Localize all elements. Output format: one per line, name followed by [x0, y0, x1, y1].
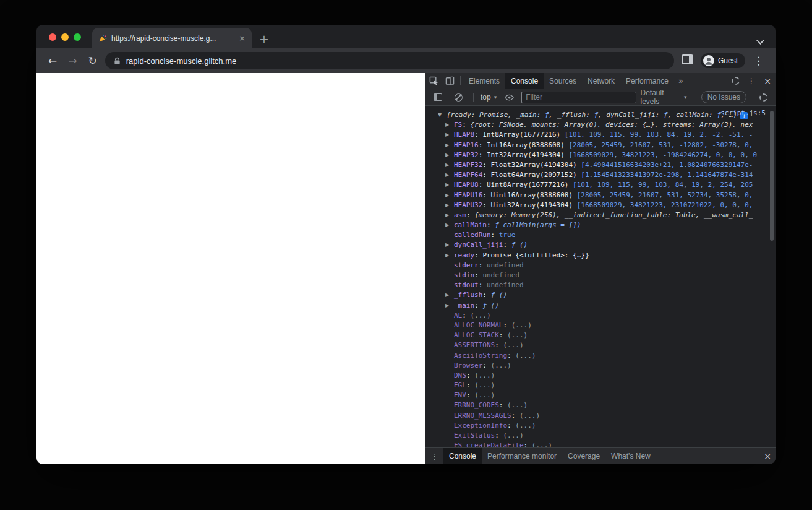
property-name: EGL — [454, 381, 466, 389]
console-text: Uint16Array(8388608) — [491, 191, 577, 199]
console-row: ALLOC_NORMAL: (...) — [425, 321, 776, 331]
getter-ellipsis[interactable]: (...) — [471, 311, 491, 319]
issues-status[interactable]: No Issues — [701, 91, 746, 103]
source-link[interactable]: script.js:5 — [720, 108, 766, 118]
getter-ellipsis[interactable]: (...) — [503, 431, 523, 439]
expand-arrow-icon[interactable]: ▶ — [445, 120, 454, 130]
minimize-window-button[interactable] — [61, 33, 69, 41]
expand-arrow-icon[interactable]: ▶ — [445, 301, 454, 311]
inspect-element-button[interactable] — [425, 73, 442, 89]
fullscreen-window-button[interactable] — [74, 33, 81, 41]
window-controls — [49, 33, 81, 41]
expand-arrow-icon[interactable]: ▶ — [445, 140, 454, 150]
drawer-tab-console[interactable]: Console — [443, 448, 482, 464]
getter-ellipsis[interactable]: (...) — [515, 421, 536, 430]
expand-arrow-icon[interactable]: ▶ — [445, 180, 454, 190]
property-name: ExceptionInfo — [454, 421, 507, 430]
property-name: DNS — [454, 371, 466, 379]
console-row: ExceptionInfo: (...) — [425, 421, 776, 431]
expand-arrow-icon[interactable]: ▶ — [445, 210, 454, 220]
back-button[interactable]: ← — [45, 54, 60, 67]
expand-arrow-icon[interactable]: ▶ — [445, 240, 454, 250]
colon: : — [462, 311, 470, 319]
more-tabs-button[interactable]: » — [674, 76, 688, 85]
getter-ellipsis[interactable]: (...) — [519, 412, 540, 420]
reload-button[interactable]: ↻ — [85, 54, 100, 67]
getter-ellipsis[interactable]: (...) — [507, 331, 528, 339]
property-name: stdout — [454, 281, 479, 289]
getter-ellipsis[interactable]: (...) — [474, 391, 495, 399]
browser-menu-icon[interactable]: ⋮ — [750, 54, 767, 67]
colon: : — [479, 281, 487, 289]
devtools-close-icon[interactable]: × — [759, 73, 776, 89]
property-name: ALLOC_STACK — [454, 331, 499, 339]
close-window-button[interactable] — [49, 33, 56, 41]
property-name: FS — [454, 121, 462, 129]
getter-ellipsis[interactable]: (...) — [515, 352, 536, 360]
property-name: _main — [454, 301, 474, 309]
devtools-menu-icon[interactable]: ⋮ — [743, 73, 759, 89]
tab-close-icon[interactable]: × — [239, 33, 246, 43]
expand-arrow-icon[interactable]: ▶ — [445, 201, 454, 210]
colon: : — [479, 141, 487, 149]
devtools-tab-performance[interactable]: Performance — [620, 73, 674, 89]
expand-arrow-icon[interactable]: ▶ — [445, 130, 454, 140]
devtools-settings-button[interactable] — [727, 73, 743, 89]
tab-search-button[interactable] — [758, 35, 763, 46]
expand-arrow-icon[interactable]: ▶ — [445, 191, 454, 201]
clear-console-button[interactable] — [450, 89, 466, 105]
colon: : — [499, 401, 507, 409]
console-settings-button[interactable] — [755, 89, 771, 105]
getter-ellipsis[interactable]: (...) — [511, 321, 532, 329]
expand-arrow-icon[interactable]: ▶ — [445, 160, 454, 170]
console-sidebar-button[interactable] — [430, 89, 446, 105]
getter-ellipsis[interactable]: (...) — [491, 361, 511, 370]
console-text: , callMain: — [668, 111, 717, 119]
device-toolbar-button[interactable] — [442, 73, 458, 89]
drawer-menu-icon[interactable]: ⋮ — [425, 452, 443, 461]
getter-ellipsis[interactable]: (...) — [474, 381, 495, 389]
collapse-arrow-icon[interactable]: ▼ — [438, 110, 447, 120]
browser-tab[interactable]: https://rapid-concise-muscle.g... × — [92, 28, 252, 48]
forward-button[interactable]: → — [65, 54, 80, 67]
expand-arrow-icon[interactable]: ▶ — [445, 170, 454, 180]
drawer-tab-performance-monitor[interactable]: Performance monitor — [482, 448, 562, 464]
colon: : — [511, 412, 519, 420]
live-expression-button[interactable] — [501, 89, 517, 105]
devtools-tab-network[interactable]: Network — [582, 73, 620, 89]
console-scrollbar[interactable] — [770, 111, 774, 241]
avatar — [703, 55, 714, 66]
console-row: ▶HEAP8: Int8Array(16777216) [101, 109, 1… — [425, 130, 776, 140]
gear-icon — [732, 77, 740, 85]
console-row: ▶FS: {root: FSNode, mounts: Array(0), de… — [425, 120, 776, 130]
log-levels-dropdown[interactable]: Default levels ▾ — [641, 89, 687, 106]
drawer-tab-coverage[interactable]: Coverage — [562, 448, 605, 464]
getter-ellipsis[interactable]: (...) — [503, 341, 523, 349]
profile-chip[interactable]: Guest — [701, 53, 745, 68]
console-row: ENV: (...) — [425, 391, 776, 400]
new-tab-button[interactable]: + — [252, 30, 276, 48]
getter-ellipsis[interactable]: (...) — [532, 441, 552, 447]
expand-arrow-icon[interactable]: ▶ — [445, 251, 454, 261]
drawer-tab-what-s-new[interactable]: What's New — [605, 448, 656, 464]
getter-ellipsis[interactable]: (...) — [507, 401, 528, 409]
getter-ellipsis[interactable]: (...) — [474, 371, 495, 379]
address-bar[interactable]: rapid-concise-muscle.glitch.me — [105, 52, 674, 69]
javascript-context-selector[interactable]: top ▾ — [481, 93, 497, 102]
colon: : — [487, 221, 495, 229]
devtools-tab-elements[interactable]: Elements — [463, 73, 505, 89]
property-name: HEAPF64 — [454, 171, 482, 179]
drawer-close-icon[interactable]: × — [759, 448, 776, 464]
devtools-tab-sources[interactable]: Sources — [544, 73, 582, 89]
expand-arrow-icon[interactable]: ▶ — [445, 150, 454, 160]
property-name: stdin — [454, 271, 474, 279]
profile-name: Guest — [718, 56, 738, 65]
expand-arrow-icon[interactable]: ▶ — [445, 220, 454, 230]
side-panel-button[interactable] — [679, 54, 696, 67]
filter-input[interactable] — [521, 92, 636, 103]
devtools-tab-console[interactable]: Console — [505, 73, 544, 89]
property-name: HEAPU8 — [454, 181, 479, 189]
property-name: ready — [454, 251, 474, 259]
expand-arrow-icon[interactable]: ▶ — [445, 290, 454, 300]
property-name: ExitStatus — [454, 431, 495, 439]
